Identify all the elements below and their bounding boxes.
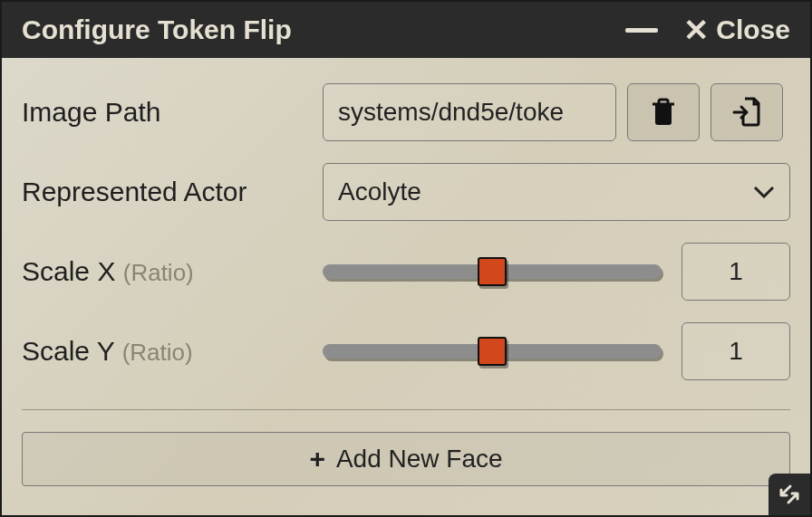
add-new-face-button[interactable]: + Add New Face — [22, 432, 790, 486]
minimize-icon — [625, 28, 658, 33]
image-path-input[interactable]: systems/dnd5e/toke — [323, 83, 616, 141]
import-image-button[interactable] — [710, 83, 783, 141]
row-actor: Represented Actor Acolyte — [22, 163, 790, 221]
label-actor: Represented Actor — [22, 177, 312, 207]
add-new-face-label: Add New Face — [336, 445, 503, 474]
label-scale-y: Scale Y (Ratio) — [22, 336, 312, 367]
actor-selected: Acolyte — [338, 177, 421, 206]
row-scale-y: Scale Y (Ratio) 1 — [22, 322, 790, 380]
close-button[interactable]: ✕ Close — [683, 12, 790, 48]
image-path-value: systems/dnd5e/toke — [338, 98, 564, 127]
form-content: Image Path systems/dnd5e/toke Represe — [2, 58, 810, 515]
import-file-icon — [732, 97, 761, 128]
scale-y-thumb[interactable] — [478, 337, 507, 366]
resize-icon — [778, 483, 801, 506]
scale-x-slider[interactable] — [323, 264, 662, 279]
window-titlebar: Configure Token Flip ✕ Close — [2, 2, 810, 58]
row-scale-x: Scale X (Ratio) 1 — [22, 243, 790, 301]
resize-handle[interactable] — [768, 474, 810, 515]
chevron-down-icon — [753, 186, 775, 198]
scale-y-slider[interactable] — [323, 344, 662, 359]
row-image-path: Image Path systems/dnd5e/toke — [22, 83, 790, 141]
close-label: Close — [716, 14, 790, 45]
scale-x-thumb[interactable] — [478, 257, 507, 286]
window-title: Configure Token Flip — [22, 14, 292, 45]
label-scale-x: Scale X (Ratio) — [22, 256, 312, 287]
scale-x-value-input[interactable]: 1 — [682, 243, 790, 301]
actor-select[interactable]: Acolyte — [323, 163, 790, 221]
plus-icon: + — [309, 444, 325, 474]
delete-image-button[interactable] — [627, 83, 700, 141]
label-image-path: Image Path — [22, 97, 312, 128]
minimize-button[interactable] — [625, 28, 658, 33]
trash-icon — [650, 97, 677, 128]
config-window: Configure Token Flip ✕ Close Image Path … — [0, 0, 812, 517]
close-icon: ✕ — [683, 12, 709, 48]
separator — [22, 409, 790, 410]
scale-y-value-input[interactable]: 1 — [682, 322, 790, 380]
